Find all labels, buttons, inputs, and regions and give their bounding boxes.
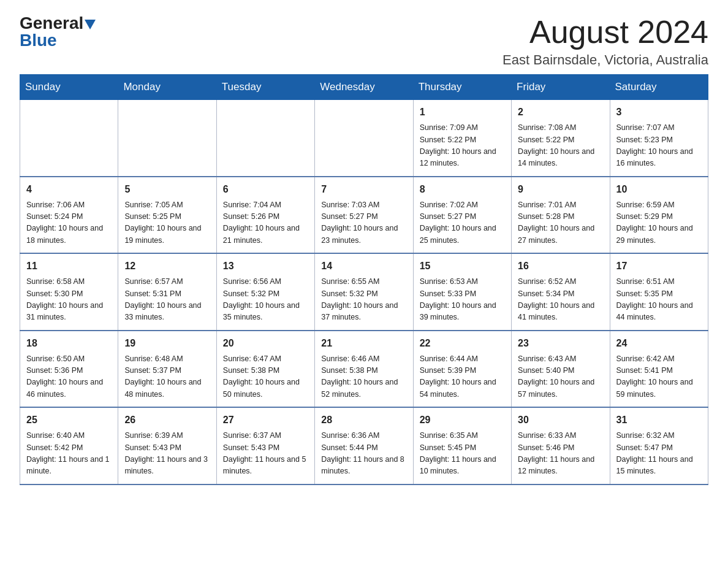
- day-info: Sunrise: 6:56 AM Sunset: 5:32 PM Dayligh…: [223, 276, 308, 324]
- day-number: 14: [321, 259, 406, 274]
- day-info: Sunrise: 6:51 AM Sunset: 5:35 PM Dayligh…: [616, 276, 702, 324]
- day-number: 22: [420, 336, 505, 351]
- day-info: Sunrise: 6:58 AM Sunset: 5:30 PM Dayligh…: [26, 276, 112, 324]
- day-number: 21: [321, 336, 406, 351]
- day-info: Sunrise: 7:05 AM Sunset: 5:25 PM Dayligh…: [124, 199, 210, 247]
- day-info: Sunrise: 7:03 AM Sunset: 5:27 PM Dayligh…: [321, 199, 406, 247]
- day-number: 1: [420, 105, 505, 120]
- day-info: Sunrise: 6:35 AM Sunset: 5:45 PM Dayligh…: [420, 430, 505, 478]
- page-header: GeneralBlue August 2024 East Bairnsdale,…: [20, 15, 708, 68]
- calendar-cell: 9Sunrise: 7:01 AM Sunset: 5:28 PM Daylig…: [512, 177, 610, 254]
- day-info: Sunrise: 6:52 AM Sunset: 5:34 PM Dayligh…: [518, 276, 603, 324]
- day-number: 31: [616, 413, 702, 427]
- day-number: 5: [124, 182, 210, 197]
- day-info: Sunrise: 6:40 AM Sunset: 5:42 PM Dayligh…: [26, 430, 112, 478]
- day-number: 16: [518, 259, 603, 274]
- day-number: 12: [124, 259, 210, 274]
- calendar-cell: 29Sunrise: 6:35 AM Sunset: 5:45 PM Dayli…: [413, 407, 511, 484]
- day-info: Sunrise: 7:07 AM Sunset: 5:23 PM Dayligh…: [616, 122, 702, 170]
- calendar-week-row: 4Sunrise: 7:06 AM Sunset: 5:24 PM Daylig…: [20, 177, 708, 254]
- calendar-cell: 7Sunrise: 7:03 AM Sunset: 5:27 PM Daylig…: [315, 177, 413, 254]
- calendar-cell: 31Sunrise: 6:32 AM Sunset: 5:47 PM Dayli…: [610, 407, 708, 484]
- calendar-cell: 17Sunrise: 6:51 AM Sunset: 5:35 PM Dayli…: [610, 253, 708, 331]
- day-number: 4: [26, 182, 112, 197]
- day-info: Sunrise: 6:50 AM Sunset: 5:36 PM Dayligh…: [26, 353, 112, 401]
- day-number: 24: [616, 336, 702, 351]
- calendar-cell: 25Sunrise: 6:40 AM Sunset: 5:42 PM Dayli…: [20, 407, 118, 484]
- calendar-cell: 26Sunrise: 6:39 AM Sunset: 5:43 PM Dayli…: [118, 407, 216, 484]
- day-info: Sunrise: 6:33 AM Sunset: 5:46 PM Dayligh…: [518, 430, 603, 478]
- calendar-table: SundayMondayTuesdayWednesdayThursdayFrid…: [20, 74, 708, 485]
- calendar-cell: 20Sunrise: 6:47 AM Sunset: 5:38 PM Dayli…: [216, 331, 314, 408]
- day-info: Sunrise: 6:48 AM Sunset: 5:37 PM Dayligh…: [124, 353, 210, 401]
- calendar-week-row: 18Sunrise: 6:50 AM Sunset: 5:36 PM Dayli…: [20, 331, 708, 408]
- calendar-cell: 28Sunrise: 6:36 AM Sunset: 5:44 PM Dayli…: [315, 407, 413, 484]
- calendar-cell: 22Sunrise: 6:44 AM Sunset: 5:39 PM Dayli…: [413, 331, 511, 408]
- calendar-cell: 14Sunrise: 6:55 AM Sunset: 5:32 PM Dayli…: [315, 253, 413, 331]
- title-block: August 2024 East Bairnsdale, Victoria, A…: [502, 15, 708, 68]
- day-info: Sunrise: 7:06 AM Sunset: 5:24 PM Dayligh…: [26, 199, 112, 247]
- calendar-header-row: SundayMondayTuesdayWednesdayThursdayFrid…: [20, 75, 708, 100]
- calendar-cell: [20, 100, 118, 177]
- day-info: Sunrise: 7:02 AM Sunset: 5:27 PM Dayligh…: [420, 199, 505, 247]
- calendar-cell: 19Sunrise: 6:48 AM Sunset: 5:37 PM Dayli…: [118, 331, 216, 408]
- calendar-cell: 24Sunrise: 6:42 AM Sunset: 5:41 PM Dayli…: [610, 331, 708, 408]
- day-info: Sunrise: 7:04 AM Sunset: 5:26 PM Dayligh…: [223, 199, 308, 247]
- day-number: 7: [321, 182, 406, 197]
- column-header-thursday: Thursday: [413, 75, 511, 100]
- day-number: 9: [518, 182, 603, 197]
- calendar-cell: 15Sunrise: 6:53 AM Sunset: 5:33 PM Dayli…: [413, 253, 511, 331]
- calendar-cell: 12Sunrise: 6:57 AM Sunset: 5:31 PM Dayli…: [118, 253, 216, 331]
- day-number: 26: [124, 413, 210, 427]
- calendar-cell: 11Sunrise: 6:58 AM Sunset: 5:30 PM Dayli…: [20, 253, 118, 331]
- logo-blue-text: Blue: [20, 31, 57, 50]
- calendar-cell: 4Sunrise: 7:06 AM Sunset: 5:24 PM Daylig…: [20, 177, 118, 254]
- day-number: 8: [420, 182, 505, 197]
- calendar-cell: 5Sunrise: 7:05 AM Sunset: 5:25 PM Daylig…: [118, 177, 216, 254]
- calendar-cell: [118, 100, 216, 177]
- day-info: Sunrise: 6:55 AM Sunset: 5:32 PM Dayligh…: [321, 276, 406, 324]
- day-number: 3: [616, 105, 702, 120]
- day-info: Sunrise: 6:53 AM Sunset: 5:33 PM Dayligh…: [420, 276, 505, 324]
- day-info: Sunrise: 7:08 AM Sunset: 5:22 PM Dayligh…: [518, 122, 603, 170]
- day-number: 13: [223, 259, 308, 274]
- column-header-friday: Friday: [512, 75, 610, 100]
- column-header-wednesday: Wednesday: [315, 75, 413, 100]
- calendar-cell: 16Sunrise: 6:52 AM Sunset: 5:34 PM Dayli…: [512, 253, 610, 331]
- day-info: Sunrise: 6:44 AM Sunset: 5:39 PM Dayligh…: [420, 353, 505, 401]
- day-info: Sunrise: 6:36 AM Sunset: 5:44 PM Dayligh…: [321, 430, 406, 478]
- calendar-cell: [315, 100, 413, 177]
- calendar-cell: 10Sunrise: 6:59 AM Sunset: 5:29 PM Dayli…: [610, 177, 708, 254]
- day-info: Sunrise: 6:32 AM Sunset: 5:47 PM Dayligh…: [616, 430, 702, 478]
- day-info: Sunrise: 6:47 AM Sunset: 5:38 PM Dayligh…: [223, 353, 308, 401]
- calendar-cell: 8Sunrise: 7:02 AM Sunset: 5:27 PM Daylig…: [413, 177, 511, 254]
- day-info: Sunrise: 6:37 AM Sunset: 5:43 PM Dayligh…: [223, 430, 308, 478]
- calendar-week-row: 25Sunrise: 6:40 AM Sunset: 5:42 PM Dayli…: [20, 407, 708, 484]
- calendar-cell: 30Sunrise: 6:33 AM Sunset: 5:46 PM Dayli…: [512, 407, 610, 484]
- location: East Bairnsdale, Victoria, Australia: [502, 52, 708, 68]
- day-number: 17: [616, 259, 702, 274]
- day-info: Sunrise: 6:43 AM Sunset: 5:40 PM Dayligh…: [518, 353, 603, 401]
- day-number: 18: [26, 336, 112, 351]
- day-info: Sunrise: 6:42 AM Sunset: 5:41 PM Dayligh…: [616, 353, 702, 401]
- calendar-cell: 1Sunrise: 7:09 AM Sunset: 5:22 PM Daylig…: [413, 100, 511, 177]
- column-header-tuesday: Tuesday: [216, 75, 314, 100]
- day-number: 10: [616, 182, 702, 197]
- day-number: 15: [420, 259, 505, 274]
- day-number: 25: [26, 413, 112, 427]
- calendar-week-row: 11Sunrise: 6:58 AM Sunset: 5:30 PM Dayli…: [20, 253, 708, 331]
- day-number: 28: [321, 413, 406, 427]
- day-number: 29: [420, 413, 505, 427]
- day-info: Sunrise: 6:46 AM Sunset: 5:38 PM Dayligh…: [321, 353, 406, 401]
- day-info: Sunrise: 6:57 AM Sunset: 5:31 PM Dayligh…: [124, 276, 210, 324]
- calendar-cell: 2Sunrise: 7:08 AM Sunset: 5:22 PM Daylig…: [512, 100, 610, 177]
- calendar-cell: 6Sunrise: 7:04 AM Sunset: 5:26 PM Daylig…: [216, 177, 314, 254]
- day-number: 27: [223, 413, 308, 427]
- calendar-cell: [216, 100, 314, 177]
- day-info: Sunrise: 6:39 AM Sunset: 5:43 PM Dayligh…: [124, 430, 210, 478]
- day-number: 23: [518, 336, 603, 351]
- day-info: Sunrise: 6:59 AM Sunset: 5:29 PM Dayligh…: [616, 199, 702, 247]
- logo-text: GeneralBlue: [20, 15, 96, 49]
- logo-triangle-icon: [85, 20, 96, 29]
- day-info: Sunrise: 7:09 AM Sunset: 5:22 PM Dayligh…: [420, 122, 505, 170]
